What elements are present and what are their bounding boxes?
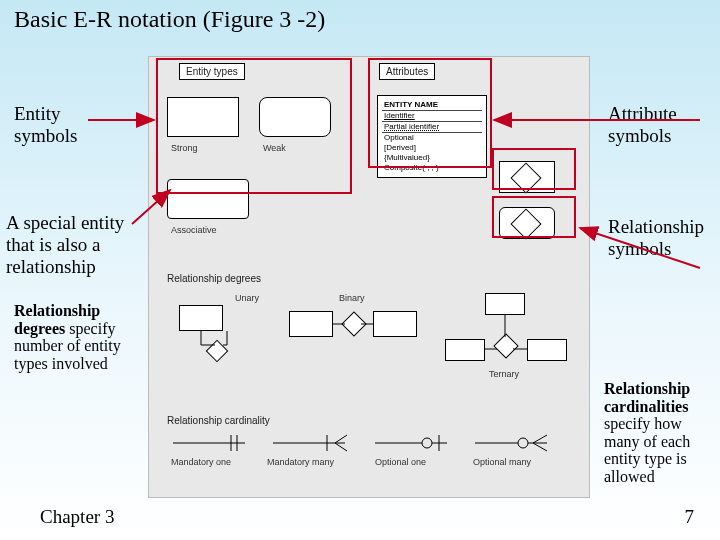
ter-ent-l — [445, 339, 485, 361]
svg-line-10 — [335, 435, 347, 443]
hdr-degrees: Relationship degrees — [167, 273, 261, 284]
card-bold: Relationship cardinalities — [604, 380, 690, 415]
lbl-associative: Associative — [171, 225, 217, 235]
card-1: Mandatory many — [267, 457, 334, 467]
label-special-entity: A special entitythat is also arelationsh… — [6, 212, 124, 278]
footer-chapter: Chapter 3 — [40, 506, 114, 528]
redbox-entity — [156, 58, 352, 194]
svg-line-17 — [533, 435, 547, 443]
card-2: Optional one — [375, 457, 426, 467]
card-rest: specify how many of each entity type is … — [604, 415, 690, 485]
svg-point-13 — [422, 438, 432, 448]
svg-point-16 — [518, 438, 528, 448]
svg-line-18 — [533, 443, 547, 451]
lbl-binary: Binary — [339, 293, 365, 303]
label-entity-symbols: Entitysymbols — [14, 103, 77, 147]
svg-line-11 — [335, 443, 347, 451]
label-relationship-degrees: Relationship degrees specify number of e… — [14, 302, 144, 372]
footer-page: 7 — [685, 506, 695, 528]
label-relationship-cardinalities: Relationship cardinalities specify how m… — [604, 380, 716, 486]
bin-ent-a — [289, 311, 333, 337]
redbox-rel-a — [492, 148, 576, 190]
ter-dia — [493, 333, 518, 358]
lbl-ternary: Ternary — [489, 369, 519, 379]
bin-ent-b — [373, 311, 417, 337]
label-attribute-symbols: Attributesymbols — [608, 103, 677, 147]
card-3: Optional many — [473, 457, 531, 467]
hdr-cardinality: Relationship cardinality — [167, 415, 270, 426]
page-title: Basic E-R notation (Figure 3 -2) — [14, 6, 325, 33]
card-0: Mandatory one — [171, 457, 231, 467]
lbl-unary: Unary — [235, 293, 259, 303]
redbox-attr — [368, 58, 492, 168]
bin-dia — [341, 311, 366, 336]
unary-ent — [179, 305, 223, 331]
redbox-rel-b — [492, 196, 576, 238]
ter-ent-r — [527, 339, 567, 361]
label-relationship-symbols: Relationshipsymbols — [608, 216, 704, 260]
ter-ent-top — [485, 293, 525, 315]
unary-dia — [206, 340, 229, 363]
